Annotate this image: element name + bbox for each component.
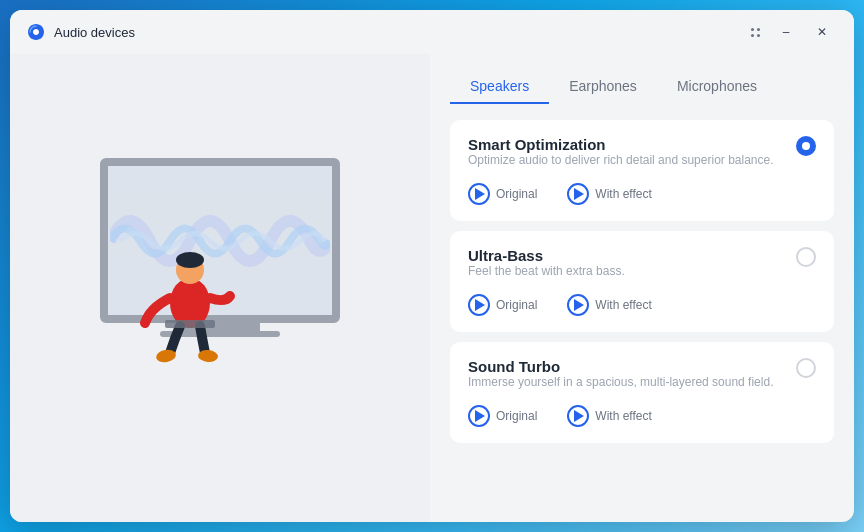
card-actions-turbo: Original With effect	[468, 405, 816, 427]
original-label-ultra: Original	[496, 298, 537, 312]
play-icon-effect-ultra	[567, 294, 589, 316]
original-play-smart[interactable]: Original	[468, 183, 537, 205]
cards-container: Smart Optimization Optimize audio to del…	[450, 120, 834, 443]
app-title: Audio devices	[54, 25, 135, 40]
tabs-container: Speakers Earphones Microphones	[450, 54, 834, 104]
app-logo-icon	[26, 22, 46, 42]
card-title-text-turbo: Sound Turbo Immerse yourself in a spacio…	[468, 358, 773, 401]
card-actions-smart: Original With effect	[468, 183, 816, 205]
effect-play-smart[interactable]: With effect	[567, 183, 651, 205]
effect-label-smart: With effect	[595, 187, 651, 201]
right-panel: Speakers Earphones Microphones Smart Opt…	[430, 54, 854, 522]
minimize-button[interactable]: –	[770, 18, 802, 46]
smart-optimization-desc: Optimize audio to deliver rich detail an…	[468, 153, 774, 167]
play-icon-original-turbo	[468, 405, 490, 427]
original-play-ultra[interactable]: Original	[468, 294, 537, 316]
play-icon-effect-turbo	[567, 405, 589, 427]
original-play-turbo[interactable]: Original	[468, 405, 537, 427]
main-content: Speakers Earphones Microphones Smart Opt…	[10, 54, 854, 522]
play-icon-original-ultra	[468, 294, 490, 316]
radio-ultra-bass[interactable]	[796, 247, 816, 267]
tab-microphones[interactable]: Microphones	[657, 70, 777, 104]
radio-smart-optimization[interactable]	[796, 136, 816, 156]
ultra-bass-title: Ultra-Bass	[468, 247, 625, 264]
card-sound-turbo: Sound Turbo Immerse yourself in a spacio…	[450, 342, 834, 443]
sound-turbo-desc: Immerse yourself in a spacious, multi-la…	[468, 375, 773, 389]
card-ultra-bass: Ultra-Bass Feel the beat with extra bass…	[450, 231, 834, 332]
card-smart-optimization: Smart Optimization Optimize audio to del…	[450, 120, 834, 221]
radio-sound-turbo[interactable]	[796, 358, 816, 378]
close-button[interactable]: ✕	[806, 18, 838, 46]
card-header-turbo: Sound Turbo Immerse yourself in a spacio…	[468, 358, 816, 401]
svg-rect-5	[165, 320, 215, 328]
card-header-ultra: Ultra-Bass Feel the beat with extra bass…	[468, 247, 816, 290]
effect-label-turbo: With effect	[595, 409, 651, 423]
titlebar-left: Audio devices	[26, 22, 135, 42]
effect-play-ultra[interactable]: With effect	[567, 294, 651, 316]
radio-inner-smart	[802, 142, 810, 150]
smart-optimization-title: Smart Optimization	[468, 136, 774, 153]
card-title-text-ultra: Ultra-Bass Feel the beat with extra bass…	[468, 247, 625, 290]
play-icon-effect-smart	[567, 183, 589, 205]
card-actions-ultra: Original With effect	[468, 294, 816, 316]
sound-turbo-title: Sound Turbo	[468, 358, 773, 375]
original-label-turbo: Original	[496, 409, 537, 423]
illustration	[70, 148, 370, 428]
app-window: Audio devices – ✕	[10, 10, 854, 522]
titlebar: Audio devices – ✕	[10, 10, 854, 54]
original-label-smart: Original	[496, 187, 537, 201]
svg-point-2	[176, 252, 204, 268]
play-icon-original-smart	[468, 183, 490, 205]
effect-label-ultra: With effect	[595, 298, 651, 312]
person-illustration	[130, 208, 250, 368]
illustration-panel	[10, 54, 430, 522]
ultra-bass-desc: Feel the beat with extra bass.	[468, 264, 625, 278]
tab-speakers[interactable]: Speakers	[450, 70, 549, 104]
tab-earphones[interactable]: Earphones	[549, 70, 657, 104]
effect-play-turbo[interactable]: With effect	[567, 405, 651, 427]
titlebar-controls: – ✕	[745, 18, 838, 46]
grip-icon	[745, 22, 766, 43]
card-title-text-smart: Smart Optimization Optimize audio to del…	[468, 136, 774, 179]
card-header-smart: Smart Optimization Optimize audio to del…	[468, 136, 816, 179]
